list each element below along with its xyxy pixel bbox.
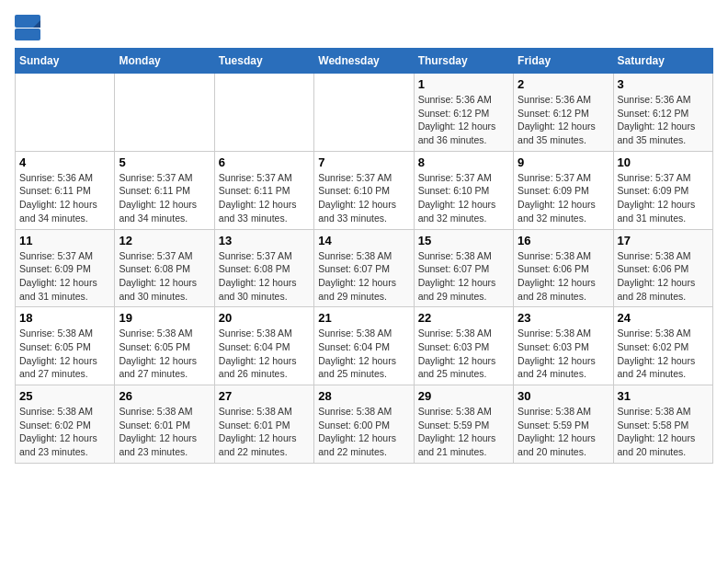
calendar-week-row: 11Sunrise: 5:37 AM Sunset: 6:09 PM Dayli…	[16, 229, 713, 307]
day-number: 16	[518, 234, 609, 247]
day-info: Sunrise: 5:38 AM Sunset: 6:03 PM Dayligh…	[418, 327, 509, 381]
day-number: 21	[318, 311, 409, 325]
day-info: Sunrise: 5:37 AM Sunset: 6:09 PM Dayligh…	[618, 171, 709, 225]
calendar-cell: 16Sunrise: 5:38 AM Sunset: 6:06 PM Dayli…	[514, 229, 613, 307]
day-info: Sunrise: 5:38 AM Sunset: 6:01 PM Dayligh…	[119, 405, 210, 459]
day-number: 18	[19, 311, 110, 325]
day-of-week-header: Thursday	[414, 49, 513, 74]
calendar-cell	[16, 74, 115, 152]
calendar-cell: 10Sunrise: 5:37 AM Sunset: 6:09 PM Dayli…	[613, 151, 712, 229]
day-info: Sunrise: 5:38 AM Sunset: 5:59 PM Dayligh…	[418, 405, 509, 459]
calendar-cell: 26Sunrise: 5:38 AM Sunset: 6:01 PM Dayli…	[115, 385, 214, 464]
day-info: Sunrise: 5:36 AM Sunset: 6:12 PM Dayligh…	[618, 93, 709, 147]
day-info: Sunrise: 5:38 AM Sunset: 5:59 PM Dayligh…	[518, 405, 609, 459]
day-number: 28	[318, 389, 409, 403]
day-info: Sunrise: 5:37 AM Sunset: 6:10 PM Dayligh…	[318, 171, 409, 225]
calendar-cell: 13Sunrise: 5:37 AM Sunset: 6:08 PM Dayli…	[214, 229, 313, 307]
day-info: Sunrise: 5:38 AM Sunset: 5:58 PM Dayligh…	[618, 405, 709, 459]
day-of-week-header: Saturday	[613, 49, 712, 74]
day-info: Sunrise: 5:38 AM Sunset: 6:00 PM Dayligh…	[318, 405, 409, 459]
calendar-cell: 11Sunrise: 5:37 AM Sunset: 6:09 PM Dayli…	[16, 229, 115, 307]
day-info: Sunrise: 5:38 AM Sunset: 6:01 PM Dayligh…	[219, 405, 310, 459]
day-number: 14	[318, 234, 409, 247]
calendar-cell: 12Sunrise: 5:37 AM Sunset: 6:08 PM Dayli…	[115, 229, 214, 307]
calendar-cell: 30Sunrise: 5:38 AM Sunset: 5:59 PM Dayli…	[514, 385, 613, 464]
calendar-cell: 5Sunrise: 5:37 AM Sunset: 6:11 PM Daylig…	[115, 151, 214, 229]
calendar-cell: 20Sunrise: 5:38 AM Sunset: 6:04 PM Dayli…	[214, 307, 313, 385]
calendar-cell: 3Sunrise: 5:36 AM Sunset: 6:12 PM Daylig…	[613, 74, 712, 152]
calendar-cell: 9Sunrise: 5:37 AM Sunset: 6:09 PM Daylig…	[514, 151, 613, 229]
calendar-cell: 14Sunrise: 5:38 AM Sunset: 6:07 PM Dayli…	[314, 229, 414, 307]
calendar-cell: 22Sunrise: 5:38 AM Sunset: 6:03 PM Dayli…	[414, 307, 513, 385]
calendar-cell: 21Sunrise: 5:38 AM Sunset: 6:04 PM Dayli…	[314, 307, 414, 385]
day-number: 25	[19, 389, 110, 403]
calendar-cell: 15Sunrise: 5:38 AM Sunset: 6:07 PM Dayli…	[414, 229, 513, 307]
day-number: 24	[618, 311, 709, 325]
day-number: 19	[119, 311, 210, 325]
calendar-cell: 17Sunrise: 5:38 AM Sunset: 6:06 PM Dayli…	[613, 229, 712, 307]
calendar-week-row: 1Sunrise: 5:36 AM Sunset: 6:12 PM Daylig…	[16, 74, 713, 152]
calendar-cell: 24Sunrise: 5:38 AM Sunset: 6:02 PM Dayli…	[613, 307, 712, 385]
day-number: 11	[19, 234, 110, 247]
day-info: Sunrise: 5:38 AM Sunset: 6:07 PM Dayligh…	[318, 249, 409, 304]
logo	[15, 15, 46, 40]
day-number: 8	[418, 155, 509, 169]
calendar-week-row: 18Sunrise: 5:38 AM Sunset: 6:05 PM Dayli…	[16, 307, 713, 385]
day-info: Sunrise: 5:38 AM Sunset: 6:03 PM Dayligh…	[518, 327, 609, 381]
day-of-week-header: Friday	[514, 49, 613, 74]
day-number: 4	[19, 155, 110, 169]
day-number: 6	[219, 155, 310, 169]
day-info: Sunrise: 5:38 AM Sunset: 6:02 PM Dayligh…	[19, 405, 110, 459]
calendar-cell	[214, 74, 313, 152]
day-info: Sunrise: 5:37 AM Sunset: 6:11 PM Dayligh…	[219, 171, 310, 225]
day-info: Sunrise: 5:38 AM Sunset: 6:06 PM Dayligh…	[518, 249, 609, 304]
day-of-week-header: Monday	[115, 49, 214, 74]
day-number: 22	[418, 311, 509, 325]
day-of-week-header: Tuesday	[214, 49, 313, 74]
day-number: 17	[618, 234, 709, 247]
calendar-cell: 6Sunrise: 5:37 AM Sunset: 6:11 PM Daylig…	[214, 151, 313, 229]
calendar-cell: 7Sunrise: 5:37 AM Sunset: 6:10 PM Daylig…	[314, 151, 414, 229]
calendar-cell	[314, 74, 414, 152]
day-of-week-header: Wednesday	[314, 49, 414, 74]
day-number: 26	[119, 389, 210, 403]
calendar-week-row: 4Sunrise: 5:36 AM Sunset: 6:11 PM Daylig…	[16, 151, 713, 229]
day-info: Sunrise: 5:38 AM Sunset: 6:02 PM Dayligh…	[618, 327, 709, 381]
day-info: Sunrise: 5:37 AM Sunset: 6:09 PM Dayligh…	[19, 249, 110, 304]
header	[15, 15, 713, 40]
calendar-cell	[115, 74, 214, 152]
day-info: Sunrise: 5:38 AM Sunset: 6:07 PM Dayligh…	[418, 249, 509, 304]
calendar-cell: 1Sunrise: 5:36 AM Sunset: 6:12 PM Daylig…	[414, 74, 513, 152]
calendar-cell: 2Sunrise: 5:36 AM Sunset: 6:12 PM Daylig…	[514, 74, 613, 152]
day-number: 27	[219, 389, 310, 403]
calendar-cell: 8Sunrise: 5:37 AM Sunset: 6:10 PM Daylig…	[414, 151, 513, 229]
day-number: 13	[219, 234, 310, 247]
day-number: 15	[418, 234, 509, 247]
day-info: Sunrise: 5:36 AM Sunset: 6:12 PM Dayligh…	[418, 93, 509, 147]
day-number: 9	[518, 155, 609, 169]
calendar-cell: 31Sunrise: 5:38 AM Sunset: 5:58 PM Dayli…	[613, 385, 712, 464]
day-number: 20	[219, 311, 310, 325]
calendar-table: SundayMondayTuesdayWednesdayThursdayFrid…	[15, 48, 713, 464]
day-number: 2	[518, 77, 609, 91]
svg-rect-2	[15, 29, 40, 40]
calendar-cell: 18Sunrise: 5:38 AM Sunset: 6:05 PM Dayli…	[16, 307, 115, 385]
day-number: 3	[618, 77, 709, 91]
day-number: 30	[518, 389, 609, 403]
calendar-week-row: 25Sunrise: 5:38 AM Sunset: 6:02 PM Dayli…	[16, 385, 713, 464]
day-of-week-header: Sunday	[16, 49, 115, 74]
header-row: SundayMondayTuesdayWednesdayThursdayFrid…	[16, 49, 713, 74]
day-info: Sunrise: 5:37 AM Sunset: 6:08 PM Dayligh…	[219, 249, 310, 304]
logo-icon	[15, 15, 42, 40]
calendar-cell: 23Sunrise: 5:38 AM Sunset: 6:03 PM Dayli…	[514, 307, 613, 385]
day-info: Sunrise: 5:36 AM Sunset: 6:11 PM Dayligh…	[19, 171, 110, 225]
day-info: Sunrise: 5:37 AM Sunset: 6:11 PM Dayligh…	[119, 171, 210, 225]
day-number: 29	[418, 389, 509, 403]
day-number: 10	[618, 155, 709, 169]
day-info: Sunrise: 5:38 AM Sunset: 6:06 PM Dayligh…	[618, 249, 709, 304]
day-info: Sunrise: 5:37 AM Sunset: 6:08 PM Dayligh…	[119, 249, 210, 304]
calendar-cell: 28Sunrise: 5:38 AM Sunset: 6:00 PM Dayli…	[314, 385, 414, 464]
calendar-cell: 27Sunrise: 5:38 AM Sunset: 6:01 PM Dayli…	[214, 385, 313, 464]
day-info: Sunrise: 5:38 AM Sunset: 6:04 PM Dayligh…	[318, 327, 409, 381]
calendar-cell: 25Sunrise: 5:38 AM Sunset: 6:02 PM Dayli…	[16, 385, 115, 464]
